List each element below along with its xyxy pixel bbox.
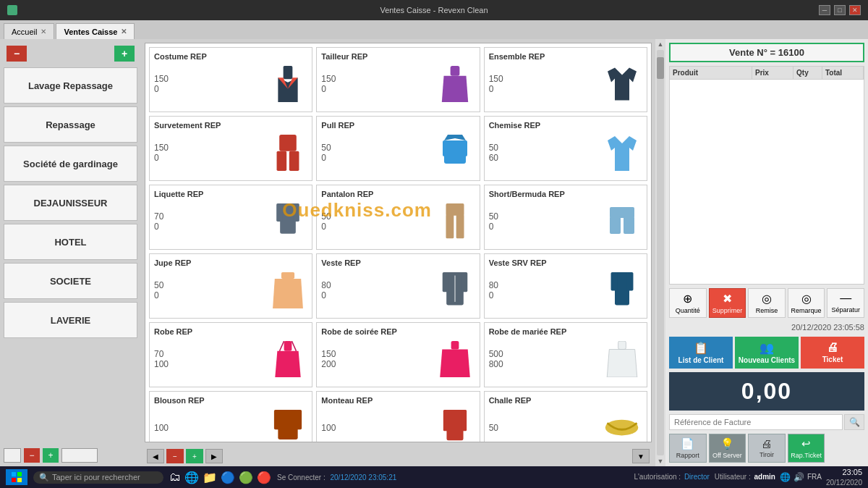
rap-ticket-button[interactable]: ↩ Rap.Ticket (788, 434, 825, 463)
ticket-button[interactable]: 🖨 Ticket (801, 337, 864, 369)
product-price2: 0 (489, 290, 498, 300)
restore-button[interactable]: □ (834, 5, 846, 15)
taskbar-app-6[interactable]: 🔴 (257, 471, 271, 484)
start-button[interactable] (6, 469, 27, 485)
product-card[interactable]: Challe REP 50 (484, 391, 647, 442)
remarque-button[interactable]: ◎ Remarque (788, 288, 825, 318)
product-card[interactable]: Pull REP 50 0 (316, 116, 480, 181)
tab-accueil-close[interactable]: ✕ (41, 28, 46, 35)
scroll-left-btn[interactable]: ◀ (147, 449, 164, 463)
products-wrapper: Costume REP 150 0 Tailleur REP 150 0 (141, 39, 655, 466)
list-client-button[interactable]: 📋 List de Client (669, 337, 733, 369)
product-card[interactable]: Short/Bermuda REP 50 0 (484, 185, 647, 250)
product-card[interactable]: Liquette REP 70 0 (149, 185, 312, 250)
product-image (268, 132, 307, 172)
sf-checkbox[interactable] (4, 448, 21, 463)
quantite-button[interactable]: ⊕ Quantité (669, 288, 707, 318)
ref-input[interactable] (669, 414, 843, 430)
minimize-button[interactable]: ─ (819, 5, 830, 15)
scroll-down-btn[interactable]: ▼ (632, 449, 650, 463)
ref-search-button[interactable]: 🔍 (844, 414, 864, 430)
close-button[interactable]: ✕ (849, 5, 861, 15)
product-card[interactable]: Pantalon REP 50 0 (316, 185, 480, 250)
product-prices: 100 (321, 423, 336, 433)
product-card[interactable]: Robe de soirée REP 150 200 (316, 322, 480, 387)
separatur-button[interactable]: — Séparatur (827, 288, 864, 318)
product-image (435, 64, 475, 104)
svg-rect-4 (451, 66, 460, 76)
taskbar-app-1[interactable]: 🗂 (169, 471, 181, 484)
svg-rect-42 (274, 410, 281, 429)
products-area: Costume REP 150 0 Tailleur REP 150 0 (145, 43, 652, 442)
sf-minus-button[interactable]: − (24, 448, 40, 463)
product-prices: 70 0 (154, 211, 163, 232)
sidebar-item-societe-gardinage[interactable]: Société de gardinage (4, 146, 137, 182)
nouveau-clients-button[interactable]: 👥 Nouveau Clients (735, 337, 799, 369)
footer-plus-btn[interactable]: + (186, 449, 203, 463)
product-card[interactable]: Blouson REP 100 (149, 391, 312, 442)
remise-button[interactable]: ◎ Remise (748, 288, 786, 318)
sidebar-item-hotel[interactable]: HOTEL (4, 224, 137, 260)
sidebar-item-repassage[interactable]: Repassage (4, 106, 137, 143)
off-server-button[interactable]: 💡 Off Server (709, 434, 746, 463)
svg-rect-27 (443, 272, 449, 292)
tab-accueil[interactable]: Accueil ✕ (4, 23, 54, 39)
scroll-thumb[interactable] (657, 57, 664, 79)
scroll-up-arrow[interactable]: ▲ (658, 41, 664, 48)
product-card[interactable]: Veste SRV REP 80 0 (484, 253, 647, 319)
product-prices: 150 0 (154, 74, 169, 94)
svg-rect-9 (289, 151, 299, 170)
sidebar-item-societe[interactable]: SOCIETE (4, 263, 137, 299)
product-card[interactable]: Veste REP 80 0 (316, 253, 480, 319)
product-card[interactable]: Costume REP 150 0 (149, 47, 312, 112)
tiroir-button[interactable]: 🖨 Tiroir (748, 434, 786, 463)
taskbar-app-2[interactable]: 🌐 (184, 471, 199, 484)
product-card[interactable]: Monteau REP 100 (316, 391, 480, 442)
product-price1: 50 (489, 143, 498, 153)
product-card[interactable]: Robe REP 70 100 (149, 322, 312, 387)
sidebar-item-laverie[interactable]: LAVERIE (4, 302, 137, 338)
tab-ventes-caisse-close[interactable]: ✕ (121, 28, 127, 35)
svg-rect-41 (278, 410, 297, 439)
sf-select[interactable] (61, 448, 98, 463)
product-card[interactable]: Tailleur REP 150 0 (316, 47, 480, 112)
taskbar-app-3[interactable]: 📁 (203, 471, 217, 484)
taskbar-app-5[interactable]: 🟢 (239, 471, 253, 484)
product-card[interactable]: Jupe REP 50 0 (149, 253, 312, 319)
product-image (268, 339, 307, 379)
sidebar-item-dejaunisseur[interactable]: DEJAUNISSEUR (4, 185, 137, 221)
product-image (603, 132, 642, 172)
svg-rect-44 (447, 410, 464, 440)
footer-minus-btn[interactable]: − (166, 449, 184, 463)
sf-plus-button[interactable]: + (43, 448, 59, 463)
taskbar-app-4[interactable]: 🔵 (221, 471, 235, 484)
rapport-button[interactable]: 📄 Rapport (669, 434, 707, 463)
autorisation-value: Director (684, 473, 710, 481)
product-card[interactable]: Chemise REP 50 60 (484, 116, 647, 181)
invoice-table: Produit Prix Qty Total (669, 66, 864, 285)
product-body: 70 0 (154, 201, 307, 241)
app-title: Ventes Caisse - Revexn Clean (380, 6, 488, 14)
svg-rect-22 (610, 216, 621, 234)
product-image (268, 201, 307, 241)
product-price1: 150 (154, 143, 169, 153)
product-price1: 50 (154, 280, 163, 290)
scroll-down-arrow[interactable]: ▼ (658, 458, 664, 465)
svg-rect-19 (446, 214, 454, 238)
tab-ventes-caisse[interactable]: Ventes Caisse ✕ (56, 23, 135, 39)
sidebar-minus-button[interactable]: − (7, 46, 27, 62)
supprimer-button[interactable]: ✖ Supprimer (709, 288, 746, 318)
sidebar-item-lavage[interactable]: Lavage Repassage (4, 67, 137, 104)
vertical-scrollbar[interactable]: ▲ ▼ (655, 39, 665, 466)
col-total: Total (822, 67, 864, 79)
product-card[interactable]: Survetement REP 150 0 (149, 116, 312, 181)
rapport-icon: 📄 (681, 437, 694, 450)
product-card[interactable]: Robe de mariée REP 500 800 (484, 322, 647, 387)
sidebar-plus-button[interactable]: + (114, 46, 135, 62)
product-card[interactable]: Ensemble REP 150 0 (484, 47, 647, 112)
product-price2: 0 (154, 290, 163, 300)
product-price2: 0 (489, 222, 498, 232)
scroll-right-btn[interactable]: ▶ (205, 449, 223, 463)
taskbar-search[interactable]: 🔍 Taper ici pour rechercher (33, 471, 163, 484)
svg-rect-7 (279, 135, 297, 151)
